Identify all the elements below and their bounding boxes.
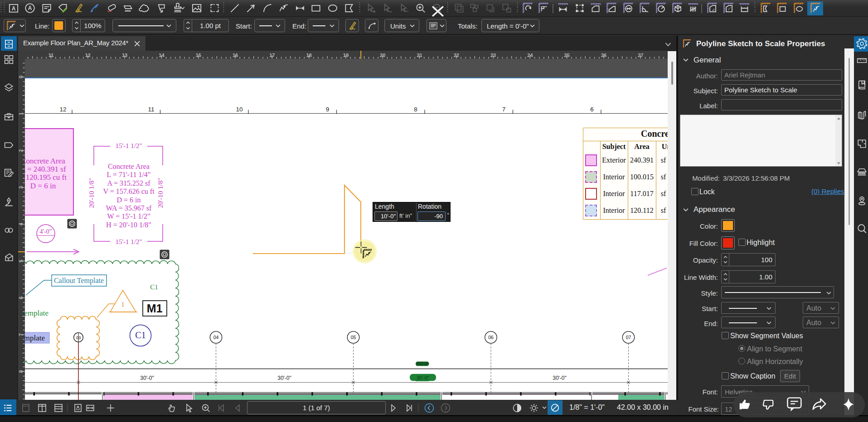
svg-text:1: 1 [121, 301, 125, 308]
svg-text:V = 157.626 cu ft: V = 157.626 cu ft [103, 187, 155, 195]
svg-text:23: 23 [490, 53, 496, 58]
svg-text:A: A [28, 5, 32, 11]
svg-text:14: 14 [159, 53, 165, 58]
svg-text:A = 240.391 sf: A = 240.391 sf [25, 165, 66, 173]
svg-text:06: 06 [488, 335, 494, 340]
svg-text:04: 04 [213, 335, 219, 340]
svg-text:3: 3 [18, 186, 24, 189]
svg-text:C1: C1 [150, 283, 158, 291]
svg-text:20: 20 [380, 53, 385, 58]
svg-text:30'-0": 30'-0" [553, 375, 567, 381]
svg-text:27: 27 [638, 53, 643, 58]
svg-text:H = 20'-10 1/8": H = 20'-10 1/8" [106, 221, 151, 229]
svg-text:Concrete Area: Concrete Area [25, 157, 65, 165]
svg-text:8: 8 [18, 370, 24, 373]
svg-text:D = 6 in: D = 6 in [30, 182, 56, 190]
svg-text:13: 13 [122, 53, 127, 58]
svg-text:20'-10 1/8": 20'-10 1/8" [157, 178, 164, 208]
svg-text:M1: M1 [147, 302, 163, 315]
svg-text:Concrete Area: Concrete Area [108, 163, 150, 170]
svg-text:10: 10 [236, 106, 242, 113]
svg-text:18: 18 [306, 53, 311, 58]
svg-text:15'-1 1/2": 15'-1 1/2" [115, 238, 142, 245]
svg-text:= 120.195 cu ft: = 120.195 cu ft [25, 173, 67, 182]
svg-text:21: 21 [417, 53, 422, 58]
svg-text:26: 26 [601, 53, 606, 58]
svg-text:30'-0": 30'-0" [417, 375, 429, 380]
svg-text:4'-0": 4'-0" [40, 228, 52, 235]
svg-text:24: 24 [527, 53, 533, 58]
svg-text:6: 6 [590, 106, 594, 113]
svg-text:9: 9 [326, 106, 330, 113]
svg-text:A: A [12, 5, 16, 12]
svg-text:17: 17 [269, 53, 275, 58]
svg-text:Callout Template: Callout Template [54, 277, 104, 285]
svg-text:12: 12 [85, 53, 91, 58]
svg-text:W = 15'-1 1/2": W = 15'-1 1/2" [107, 212, 150, 220]
svg-text:D = 6 in: D = 6 in [116, 196, 141, 204]
svg-text:270'-0": 270'-0" [416, 362, 428, 366]
svg-text:A = 315.252 sf: A = 315.252 sf [107, 179, 150, 187]
svg-text:5: 5 [18, 259, 24, 262]
svg-text:Template: Template [25, 309, 48, 317]
svg-text:20'-10 1/8": 20'-10 1/8" [88, 178, 95, 208]
svg-text:16: 16 [233, 53, 238, 58]
svg-text:4: 4 [18, 222, 24, 225]
svg-text:05: 05 [351, 335, 356, 340]
svg-text:30'-0": 30'-0" [140, 375, 154, 381]
svg-text:C1: C1 [135, 330, 145, 340]
svg-text:2: 2 [18, 149, 24, 152]
svg-text:6: 6 [18, 297, 24, 299]
svg-text:15'-1 1/2": 15'-1 1/2" [115, 142, 142, 149]
svg-text:11: 11 [148, 106, 154, 113]
svg-text:12: 12 [59, 106, 66, 113]
svg-text:1: 1 [18, 112, 24, 115]
svg-text:L = 71'-11 1/4": L = 71'-11 1/4" [107, 171, 151, 178]
svg-text:15: 15 [196, 53, 201, 58]
svg-text:Template: Template [25, 334, 45, 342]
svg-text:25: 25 [564, 53, 570, 58]
svg-text:0: 0 [18, 76, 24, 78]
svg-text:WA = 35.967 sf: WA = 35.967 sf [106, 204, 152, 212]
svg-text:11: 11 [48, 53, 54, 58]
svg-text:7: 7 [18, 333, 24, 336]
svg-text:22: 22 [454, 53, 459, 58]
svg-text:8: 8 [414, 106, 417, 113]
svg-text:19: 19 [343, 53, 349, 58]
svg-text:7: 7 [502, 106, 506, 113]
svg-text:07: 07 [626, 335, 631, 340]
svg-text:30'-0": 30'-0" [277, 375, 291, 381]
